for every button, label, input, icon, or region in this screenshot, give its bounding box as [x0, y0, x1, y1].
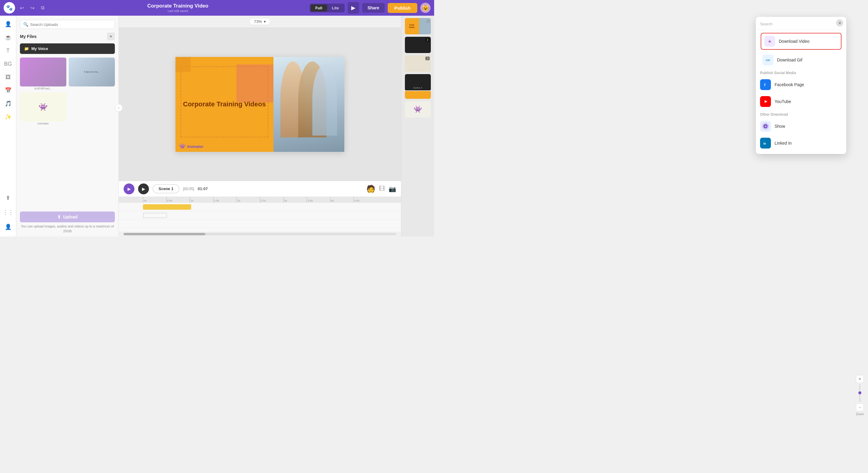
- scene-4-bottom-bar: [405, 91, 431, 99]
- user-avatar[interactable]: 😺: [420, 3, 431, 13]
- timeline-play2-button[interactable]: ▶: [138, 183, 149, 194]
- scene-num-3: 3: [425, 57, 429, 60]
- search-icon: 🔍: [23, 22, 28, 27]
- project-title[interactable]: Corporate Training Video: [49, 3, 307, 9]
- preview-play-button[interactable]: ▶: [348, 2, 359, 13]
- scene-num-2: 2: [425, 38, 429, 41]
- timeline-duration: 01:07: [198, 187, 208, 191]
- slide-logo: 👾 Animaker: [179, 143, 204, 149]
- track-row-2: [119, 211, 401, 219]
- background-icon-item[interactable]: BG: [2, 58, 14, 70]
- slide-title[interactable]: Corporate Training Videos: [179, 100, 270, 109]
- ruler-1.5s: 1.5s: [213, 197, 237, 203]
- icon-bar: 👤 ☕ T BG 🖼 📅 🎵 ✨ ⬆ ⋮⋮: [0, 16, 16, 236]
- coffee-icon: ☕: [5, 34, 11, 41]
- my-files-label: My Files: [20, 34, 36, 39]
- ruler-3.5s: 3.5s: [307, 197, 330, 203]
- film-icon[interactable]: 🎞: [379, 185, 385, 192]
- folder-icon: 📁: [24, 46, 29, 51]
- canvas-toolbar: 73% ▾: [119, 16, 401, 28]
- ruler-marks: 0s 0.5s 1s 1.5s 2s 2.5s 3s 3.5s 4s 4.5s: [119, 197, 401, 203]
- timeline-controls: ▶ ▶ Scene 1 [00:05] 01:07 🧑 🎞 📷: [119, 181, 401, 197]
- upload-button[interactable]: ⬆ Upload: [20, 211, 115, 222]
- play-icon: ▶: [127, 187, 131, 191]
- scene-thumb-1[interactable]: CorpVideo 🗑: [405, 18, 431, 34]
- canvas-area: 73% ▾: [119, 16, 401, 236]
- scene-thumb-3[interactable]: 3: [405, 56, 431, 72]
- list-item[interactable]: 5-tips-for-ma...: [69, 58, 115, 90]
- list-item[interactable]: 👾 Animaker: [20, 93, 66, 125]
- ruler-2.5s: 2.5s: [260, 197, 283, 203]
- share-button[interactable]: Share: [362, 3, 385, 13]
- scene-thumb-4[interactable]: Scene 4: [405, 74, 431, 99]
- ruler-2s: 2s: [236, 197, 260, 203]
- zoom-indicator[interactable]: 73% ▾: [249, 18, 270, 25]
- undo-button[interactable]: ↩: [18, 4, 26, 12]
- effects-icon: ✨: [5, 113, 11, 120]
- ruler-0s: 0s: [143, 197, 166, 203]
- people-icon-item[interactable]: 👤: [2, 18, 14, 30]
- track-block-1[interactable]: [143, 204, 191, 210]
- right-panel: CorpVideo 🗑 2 3 Scene 4: [401, 16, 434, 236]
- slide-canvas[interactable]: Corporate Training Videos 👾 Animaker: [176, 57, 344, 152]
- add-file-button[interactable]: +: [107, 33, 115, 40]
- redo-button[interactable]: ↪: [29, 4, 36, 12]
- music-icon: 🎵: [5, 100, 11, 107]
- collapse-sidebar-button[interactable]: ‹: [115, 104, 123, 112]
- play-icon: ▶: [351, 4, 355, 11]
- grid-icon-item[interactable]: ⋮⋮: [2, 206, 14, 218]
- logo-icon: 🐾: [6, 4, 13, 11]
- save-status: Last edit saved: [49, 9, 307, 13]
- mode-switcher: Full Lite: [310, 4, 345, 12]
- slide-accent: [236, 65, 274, 102]
- scene-canvas-4: Scene 4: [405, 74, 431, 90]
- music-icon-item[interactable]: 🎵: [2, 98, 14, 110]
- user-icon-item[interactable]: 👤: [2, 221, 14, 233]
- track-block-2[interactable]: [143, 213, 167, 218]
- user-icon: 👤: [5, 224, 11, 230]
- track-row-3: [119, 219, 401, 228]
- mode-lite-button[interactable]: Lite: [327, 4, 344, 11]
- camera-icon[interactable]: 📷: [389, 185, 396, 193]
- logo-button[interactable]: 🐾: [4, 2, 15, 13]
- ruler-0.5s: 0.5s: [166, 197, 190, 203]
- timeline-scrollbar[interactable]: [124, 233, 396, 235]
- character-button[interactable]: 🧑: [366, 185, 375, 193]
- background-icon: BG: [4, 61, 12, 67]
- my-voice-button[interactable]: 📁 My Voice: [20, 43, 115, 54]
- scene-pill[interactable]: Scene 1: [153, 184, 179, 194]
- timeline-play-button[interactable]: ▶: [124, 183, 134, 194]
- my-files-header: My Files +: [20, 33, 115, 40]
- effects-icon-item[interactable]: ✨: [2, 111, 14, 123]
- list-item[interactable]: 919f7dff-5a0...: [20, 58, 66, 90]
- canvas-main: Corporate Training Videos 👾 Animaker: [119, 28, 401, 181]
- timeline-range: [00:05]: [183, 187, 194, 191]
- animaker-thumb: 👾: [405, 101, 431, 117]
- ruler-1s: 1s: [190, 197, 213, 203]
- copy-button[interactable]: ⧉: [39, 4, 46, 12]
- slide-photo: [274, 57, 344, 152]
- timeline-area: ▶ ▶ Scene 1 [00:05] 01:07 🧑 🎞 📷 0s 0.5s …: [119, 181, 401, 236]
- search-box: 🔍: [20, 20, 115, 29]
- calendar-icon-item[interactable]: 📅: [2, 85, 14, 96]
- scene-thumb-2[interactable]: 2: [405, 37, 431, 53]
- upload-btn-icon: ⬆: [57, 214, 61, 219]
- coffee-icon-item[interactable]: ☕: [2, 31, 14, 43]
- publish-button[interactable]: Publish: [388, 3, 417, 13]
- image-icon-item[interactable]: 🖼: [2, 71, 14, 83]
- image-icon: 🖼: [5, 74, 11, 80]
- ruler-3s: 3s: [283, 197, 307, 203]
- timeline-tracks: [119, 203, 401, 232]
- calendar-icon: 📅: [5, 87, 11, 94]
- scene-thumb-animaker[interactable]: 👾: [405, 101, 431, 117]
- mode-full-button[interactable]: Full: [311, 4, 327, 11]
- text-icon-item[interactable]: T: [2, 44, 14, 57]
- chevron-down-icon: ▾: [264, 19, 266, 24]
- thumb-delete-1[interactable]: 🗑: [426, 19, 430, 24]
- timeline-ruler: 0s 0.5s 1s 1.5s 2s 2.5s 3s 3.5s 4s 4.5s: [119, 197, 401, 203]
- upload-icon-item[interactable]: ⬆: [2, 192, 14, 204]
- scrollbar-thumb[interactable]: [124, 233, 205, 235]
- grid-icon: ⋮⋮: [3, 209, 13, 216]
- search-input[interactable]: [30, 22, 112, 27]
- text-icon: T: [6, 47, 10, 54]
